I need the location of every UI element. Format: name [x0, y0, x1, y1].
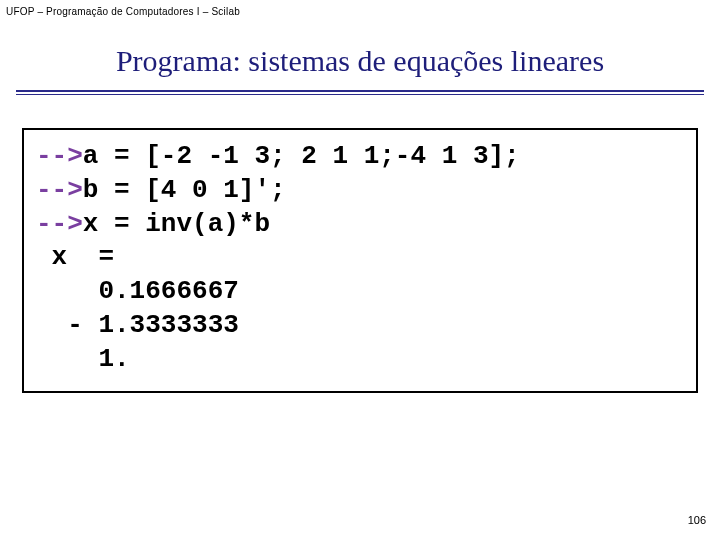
code-text: b = [4 0 1]'; — [83, 175, 286, 205]
rule-thin — [16, 94, 704, 95]
code-line-1: -->a = [-2 -1 3; 2 1 1;-4 1 3]; — [36, 140, 684, 174]
code-line-6: - 1.3333333 — [36, 309, 684, 343]
prompt-arrow: --> — [36, 141, 83, 171]
prompt-arrow: --> — [36, 175, 83, 205]
code-line-5: 0.1666667 — [36, 275, 684, 309]
slide: UFOP – Programação de Computadores I – S… — [0, 0, 720, 540]
slide-title: Programa: sistemas de equações lineares — [0, 44, 720, 78]
code-line-4: x = — [36, 241, 684, 275]
code-block: -->a = [-2 -1 3; 2 1 1;-4 1 3]; -->b = [… — [22, 128, 698, 393]
code-line-2: -->b = [4 0 1]'; — [36, 174, 684, 208]
rule-thick — [16, 90, 704, 92]
code-line-7: 1. — [36, 343, 684, 377]
code-text: a = [-2 -1 3; 2 1 1;-4 1 3]; — [83, 141, 520, 171]
code-text: x = inv(a)*b — [83, 209, 270, 239]
page-number: 106 — [688, 514, 706, 526]
title-rule — [16, 90, 704, 95]
prompt-arrow: --> — [36, 209, 83, 239]
code-line-3: -->x = inv(a)*b — [36, 208, 684, 242]
course-header: UFOP – Programação de Computadores I – S… — [6, 6, 240, 17]
